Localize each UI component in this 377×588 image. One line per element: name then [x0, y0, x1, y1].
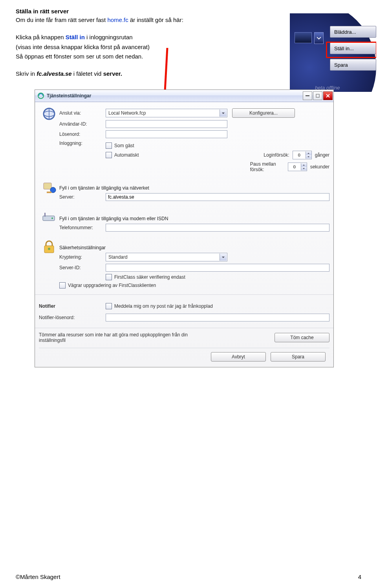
spin-down-icon[interactable] — [301, 167, 307, 170]
userid-label: Användar-ID: — [59, 121, 106, 127]
serverid-label: Server-ID: — [59, 265, 106, 270]
encryption-label: Kryptering: — [59, 254, 106, 260]
configure-connection-button[interactable]: Konfigurera... — [232, 108, 295, 118]
chevron-down-icon — [220, 254, 227, 261]
notifier-pw-label: Notifier-lösenord: — [39, 315, 106, 320]
login-label: Inloggning: — [59, 141, 106, 146]
server-input[interactable] — [106, 193, 329, 201]
connect-via-value: Local Network.fcp — [108, 110, 146, 116]
intro-hilite-server-word: server. — [103, 70, 122, 77]
intro-hilite-stallin: Ställ in — [66, 34, 85, 40]
encryption-value: Standard — [108, 254, 128, 260]
notifier-head: Notifier — [39, 303, 106, 309]
intro-text: Skriv in — [16, 70, 37, 77]
svg-point-12 — [48, 248, 50, 250]
close-button[interactable] — [323, 91, 333, 100]
lock-icon — [43, 240, 55, 256]
guest-checkbox-label: Som gäst — [114, 143, 134, 148]
configure-button[interactable]: Ställ in... — [330, 42, 376, 54]
intro-text: i inloggningsrutan — [85, 34, 133, 40]
refuse-upgrade-checkbox[interactable] — [59, 282, 66, 289]
connect-via-label: Anslut via: — [59, 110, 106, 116]
divider — [35, 328, 333, 328]
login-attempts-unit: gånger — [315, 152, 329, 158]
svg-rect-5 — [44, 183, 51, 189]
login-attempts-spinner[interactable] — [293, 151, 312, 159]
network-icon — [42, 181, 56, 196]
save-button[interactable]: Spara — [271, 352, 326, 362]
bubble-textfield[interactable] — [295, 32, 312, 43]
secure-verify-label: FirstClass säker verifiering endast — [114, 274, 185, 280]
intro-text: i fäletet vid — [72, 70, 103, 77]
userid-input[interactable] — [106, 120, 227, 128]
intro-text: är inställt gör så här: — [128, 16, 183, 23]
modem-section-head: Fyll i om tjänsten är tillgänglig via mo… — [59, 216, 329, 221]
pause-label: Paus mellan försök: — [250, 161, 285, 172]
connect-via-select[interactable]: Local Network.fcp — [106, 109, 227, 117]
divider — [35, 294, 333, 295]
globe-icon — [42, 107, 56, 122]
encryption-select[interactable]: Standard — [106, 253, 227, 261]
settings-dialog: Tjänsteinställningar Anslu — [35, 89, 334, 367]
svg-rect-9 — [44, 213, 46, 217]
maximize-button[interactable] — [313, 91, 322, 100]
notifier-pw-input[interactable] — [106, 314, 329, 321]
server-label: Server: — [59, 194, 106, 200]
minimize-button[interactable] — [303, 91, 312, 100]
window-title: Tjänsteinställningar — [47, 93, 302, 99]
page-number: 4 — [358, 573, 361, 580]
intro-text: Om du inte får fram rätt server fast — [16, 16, 107, 23]
telephone-input[interactable] — [106, 224, 329, 232]
svg-rect-7 — [47, 192, 51, 193]
pause-unit: sekunder — [310, 164, 329, 170]
chevron-down-icon — [220, 110, 227, 117]
intro-hilite-server-url: fc.alvesta.se — [37, 70, 71, 77]
modem-icon — [42, 211, 56, 223]
spin-up-icon[interactable] — [301, 163, 307, 167]
app-icon — [37, 92, 44, 99]
clear-cache-button[interactable]: Töm cache — [275, 333, 329, 342]
notify-label: Meddela mig om ny post när jag är frånko… — [114, 303, 213, 309]
login-attempts-input[interactable] — [293, 151, 306, 159]
spin-down-icon[interactable] — [306, 155, 311, 159]
serverid-input[interactable] — [106, 264, 329, 272]
network-section-head: Fyll i om tjänsten är tillgänglig via nä… — [59, 185, 329, 191]
password-input[interactable] — [106, 130, 227, 138]
pause-spinner[interactable] — [288, 163, 307, 171]
password-label: Lösenord: — [59, 131, 106, 137]
pause-input[interactable] — [288, 163, 301, 171]
save-button[interactable]: Spara — [330, 59, 376, 71]
intro-hilite-homefc: home.fc — [107, 16, 128, 23]
auto-checkbox-label: Automatiskt — [114, 152, 139, 158]
secure-verify-checkbox[interactable] — [106, 274, 112, 280]
guest-checkbox[interactable] — [106, 142, 112, 149]
security-section-head: Säkerhetsinställningar — [59, 245, 329, 250]
login-menu-bubble: Bläddra... Ställ in... Spara beta offlin… — [290, 13, 376, 92]
cancel-button[interactable]: Avbryt — [211, 352, 266, 362]
spin-up-icon[interactable] — [306, 152, 311, 155]
svg-rect-3 — [316, 94, 319, 97]
svg-rect-2 — [306, 95, 309, 96]
dropdown-arrow-icon[interactable] — [314, 32, 324, 44]
notify-checkbox[interactable] — [106, 303, 112, 309]
auto-checkbox[interactable] — [106, 152, 112, 158]
login-attempts-label: Loginförsök: — [264, 152, 289, 158]
intro-text: Klicka på knappen — [16, 34, 66, 40]
svg-point-10 — [51, 217, 53, 219]
browse-button[interactable]: Bläddra... — [330, 26, 376, 38]
clear-cache-note: Tömmer alla resurser som inte har att gö… — [39, 332, 212, 343]
telephone-label: Telefonnummer: — [59, 225, 106, 230]
refuse-upgrade-label: Vägrar uppgradering av FirstClasskliente… — [68, 283, 156, 288]
titlebar[interactable]: Tjänsteinställningar — [35, 90, 333, 102]
page-footer-left: ©Mårten Skagert — [16, 573, 60, 580]
